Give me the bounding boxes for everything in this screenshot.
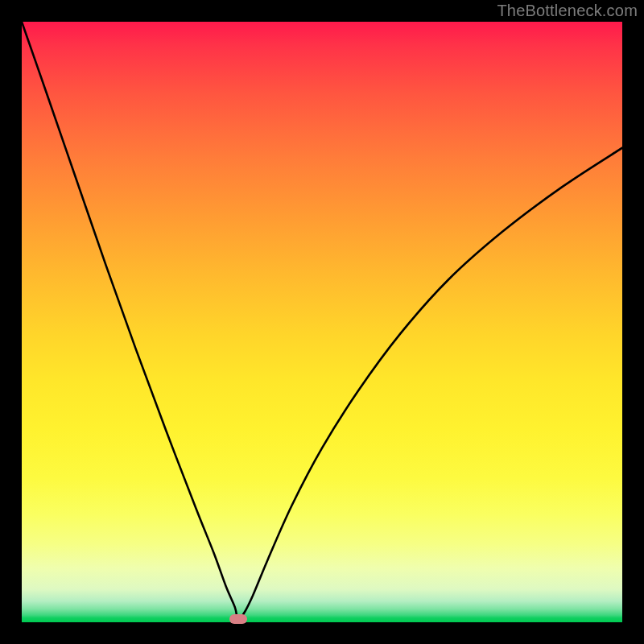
watermark-text: TheBottleneck.com: [497, 2, 638, 20]
bottleneck-curve-path: [22, 22, 622, 620]
plot-area: [22, 22, 622, 622]
chart-container: TheBottleneck.com: [0, 0, 644, 644]
optimal-point-marker: [229, 614, 247, 624]
curve-svg: [22, 22, 622, 622]
